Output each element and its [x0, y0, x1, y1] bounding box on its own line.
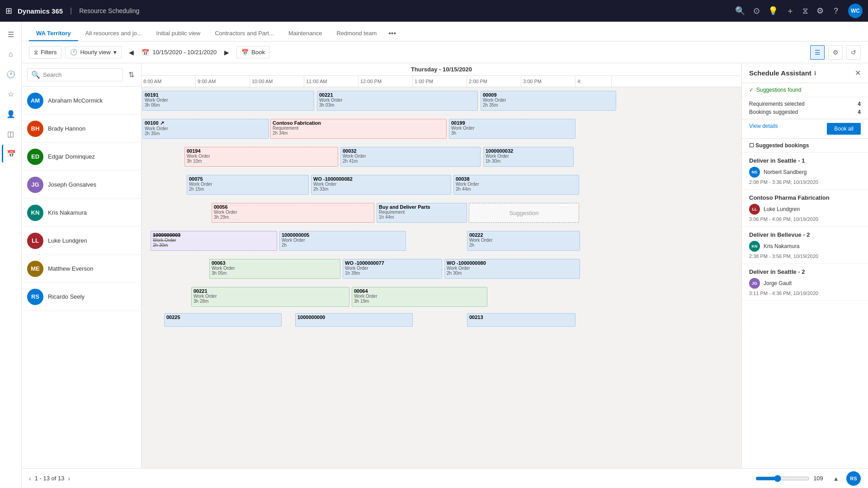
tab-redmond-team[interactable]: Redmond team — [329, 26, 384, 41]
search-icon[interactable]: 🔍 — [735, 6, 745, 16]
sa-booking-item[interactable]: Deliver in Seattle - 2 JG Jorge Gault 3:… — [742, 264, 868, 301]
search-box[interactable]: 🔍 — [27, 68, 123, 81]
work-order-block[interactable]: 00009 Work Order 2h 35m — [481, 91, 616, 111]
booking-time: 3:06 PM - 4:06 PM, 10/19/2020 — [749, 216, 861, 222]
sa-booking-item[interactable]: Deliver in Seattle - 1 NS Norbert Sandbe… — [742, 153, 868, 190]
sidebar-people-icon[interactable]: 👤 — [2, 105, 20, 123]
lightbulb-icon[interactable]: 💡 — [768, 6, 778, 16]
next-page-button[interactable]: › — [68, 475, 70, 482]
prev-page-button[interactable]: ‹ — [29, 475, 31, 482]
target-icon[interactable]: ⊙ — [753, 6, 760, 16]
settings-view-button[interactable]: ⚙ — [828, 45, 843, 60]
help-icon[interactable]: ？ — [832, 5, 840, 16]
time-slots: 8:00 AM 9:00 AM 10:00 AM 11:00 AM 12:00 … — [142, 76, 741, 87]
sa-close-button[interactable]: ✕ — [855, 69, 861, 77]
refresh-button[interactable]: ↺ — [846, 45, 861, 60]
work-order-block[interactable]: 00063 Work Order 3h 05m — [209, 259, 340, 279]
next-date-button[interactable]: ▶ — [220, 46, 233, 59]
work-order-block[interactable]: WO -1000000080 Work Order 2h 30m — [444, 259, 580, 279]
settings-icon[interactable]: ⚙ — [816, 6, 824, 16]
list-view-button[interactable]: ☰ — [810, 45, 825, 60]
resource-item[interactable]: ED Edgar Dominquez — [22, 143, 141, 171]
resource-item[interactable]: RS Ricardo Seely — [22, 283, 141, 311]
search-input[interactable] — [43, 71, 119, 78]
resource-item[interactable]: AM Abraham McCormick — [22, 87, 141, 115]
book-button[interactable]: 📅 Book — [236, 46, 270, 58]
sidebar-recent-icon[interactable]: 🕐 — [2, 65, 20, 83]
work-order-block[interactable]: 1000000032 Work Order 1h 30m — [483, 147, 574, 167]
sort-button[interactable]: ⇅ — [127, 69, 136, 81]
hourly-view-button[interactable]: 🕐 Hourly view ▾ — [65, 46, 121, 58]
work-order-block[interactable]: 00100 ↗ Work Order 2h 35m — [142, 119, 269, 139]
timeline-row-extra: 00225 1000000000 00213 — [142, 311, 741, 329]
filter-icon[interactable]: ⧖ — [802, 6, 808, 16]
suggestion-block[interactable]: Suggestion — [469, 203, 579, 223]
timeline-row-brady: 00100 ↗ Work Order 2h 35m Contoso Fabric… — [142, 115, 741, 143]
resource-item[interactable]: LL Luke Lundgren — [22, 227, 141, 255]
work-order-block[interactable]: 1000000000 — [295, 313, 413, 327]
tab-initial-public-view[interactable]: Initial public view — [149, 26, 208, 41]
work-order-block[interactable]: 00225 — [164, 313, 282, 327]
booking-name: Deliver in Bellevue - 2 — [749, 231, 861, 238]
expand-button[interactable]: ▲ — [833, 475, 839, 482]
work-order-block[interactable]: 00032 Work Order 2h 41m — [340, 147, 481, 167]
work-order-block[interactable]: WO -1000000082 Work Order 2h 33m — [311, 175, 451, 195]
resource-item[interactable]: JG Joseph Gonsalves — [22, 171, 141, 199]
plus-icon[interactable]: ＋ — [786, 5, 794, 16]
work-order-block[interactable]: Contoso Fabrication Requirement 2h 34m — [270, 119, 447, 139]
tab-maintenance[interactable]: Maintenance — [281, 26, 329, 41]
work-order-block[interactable]: 00056 Work Order 3h 29m — [212, 203, 374, 223]
page-info: 1 - 13 of 13 — [35, 475, 65, 482]
sa-booking-item[interactable]: Contoso Pharma Fabrication LL Luke Lundg… — [742, 190, 868, 227]
work-order-block[interactable]: 00075 Work Order 2h 15m — [187, 175, 309, 195]
sa-title: Schedule Assistant — [749, 69, 811, 77]
work-order-block[interactable]: 00222 Work Order 2h — [467, 231, 580, 251]
tab-all-resources[interactable]: All resources and jo... — [78, 26, 149, 41]
work-order-block[interactable]: WO -1000000077 Work Order 1h 39m — [343, 259, 442, 279]
work-order-block[interactable]: 00221 Work Order 3h 03m — [317, 91, 478, 111]
booking-person: JG Jorge Gault — [749, 278, 861, 289]
clock-icon: 🕐 — [70, 49, 77, 56]
nav-divider: | — [70, 7, 72, 15]
booking-avatar: KN — [749, 241, 760, 252]
sidebar-calendar-icon[interactable]: 📅 — [2, 145, 20, 163]
sidebar-pin-icon[interactable]: ☆ — [2, 85, 20, 103]
tab-more-button[interactable]: ••• — [384, 26, 401, 41]
avatar: ED — [27, 149, 43, 165]
work-order-block[interactable]: 00213 — [467, 313, 576, 327]
sidebar-home-icon[interactable]: ⌂ — [2, 45, 20, 63]
work-order-block[interactable]: 00038 Work Order 2h 44m — [453, 175, 579, 195]
work-order-block[interactable]: 00199 Work Order 3h — [449, 119, 576, 139]
filters-button[interactable]: ⧖ Filters — [29, 46, 61, 59]
timeline-row-matthew: 00063 Work Order 3h 05m WO -1000000077 W… — [142, 255, 741, 283]
sa-booking-item[interactable]: Deliver in Bellevue - 2 KN Kris Nakamura… — [742, 227, 868, 264]
brand-label: Dynamics 365 — [18, 7, 63, 15]
work-order-block[interactable]: 00194 Work Order 3h 10m — [184, 147, 338, 167]
resource-item[interactable]: BH Brady Hannon — [22, 115, 141, 143]
booking-person: LL Luke Lundgren — [749, 204, 861, 215]
zoom-slider[interactable] — [755, 475, 810, 482]
sidebar-menu-icon[interactable]: ☰ — [2, 25, 20, 43]
view-details-link[interactable]: View details — [749, 123, 823, 135]
user-avatar[interactable]: WC — [848, 4, 863, 18]
sa-status: ✓ Suggestions found — [742, 83, 868, 97]
work-order-block[interactable]: 1000000003 Work Order 2h 30m — [151, 231, 277, 251]
work-order-block[interactable]: 1000000005 Work Order 2h — [279, 231, 406, 251]
book-all-button[interactable]: Book all — [827, 123, 861, 135]
timeline-row-joseph: 00075 Work Order 2h 15m WO -1000000082 W… — [142, 171, 741, 199]
resource-name: Luke Lundgren — [48, 237, 87, 244]
prev-date-button[interactable]: ◀ — [125, 46, 138, 59]
tab-contractors[interactable]: Contractors and Part... — [208, 26, 281, 41]
resource-item[interactable]: KN Kris Nakamura — [22, 199, 141, 227]
module-label: Resource Scheduling — [79, 7, 139, 14]
waffle-icon[interactable]: ⊞ — [5, 6, 12, 16]
work-order-block[interactable]: 00221 Work Order 3h 28m — [191, 287, 349, 307]
work-order-block[interactable]: Buy and Deliver Parts Requirement 1h 44m — [377, 203, 467, 223]
tab-wa-territory[interactable]: WA Territory — [29, 26, 78, 41]
resource-item[interactable]: ME Matthew Everson — [22, 255, 141, 283]
work-order-block[interactable]: 00064 Work Order 3h 19m — [352, 287, 487, 307]
sa-stats: Requirements selected 4 Bookings suggest… — [742, 97, 868, 119]
left-sidebar: ☰ ⌂ 🕐 ☆ 👤 ◫ 📅 — [0, 22, 22, 488]
sidebar-board-icon[interactable]: ◫ — [2, 125, 20, 143]
work-order-block[interactable]: 00191 Work Order 3h 06m — [142, 91, 314, 111]
